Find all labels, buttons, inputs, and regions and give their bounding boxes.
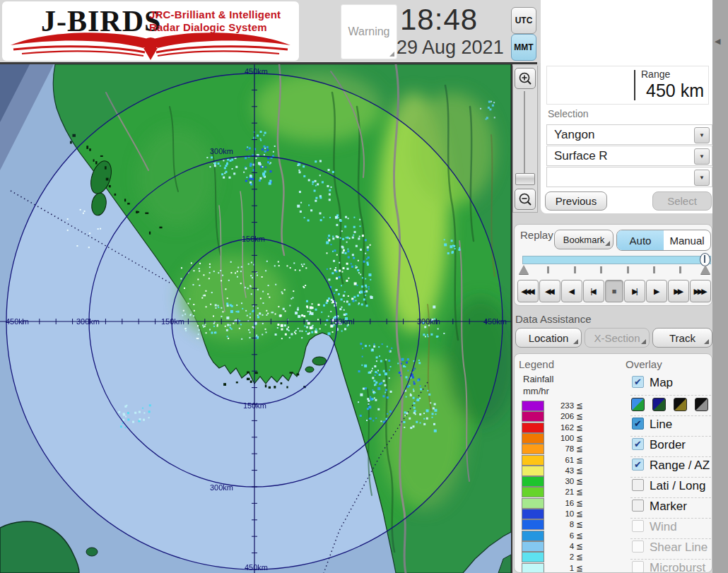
stop-button[interactable]: ■: [605, 280, 624, 302]
range-az-checkbox[interactable]: ✔: [632, 459, 644, 471]
step-back-button[interactable]: ◀: [561, 280, 582, 302]
zoom-slider-track[interactable]: [524, 91, 525, 182]
timeline-end-marker[interactable]: [700, 265, 710, 274]
chevron-down-icon[interactable]: ▼: [694, 148, 710, 165]
overlay-row-wind: Wind: [630, 518, 711, 538]
play-button[interactable]: ▶: [646, 280, 667, 302]
map-style-navy-darkgreen[interactable]: [652, 398, 666, 411]
overlay-label: Overlay: [626, 358, 662, 370]
skip-end-button[interactable]: ▶|: [624, 280, 645, 302]
bookmark-button[interactable]: Bookmark: [554, 230, 613, 249]
legend-value: 4 ≦: [546, 541, 583, 551]
microburst-checkbox[interactable]: [632, 561, 644, 573]
legend-row: 61 ≦: [522, 455, 599, 465]
selection-label: Selection: [548, 108, 589, 119]
ring-label: 300km: [76, 317, 100, 326]
manual-button[interactable]: Manual: [664, 230, 710, 250]
map-style-black-gray[interactable]: [695, 398, 708, 411]
location-button[interactable]: Location: [515, 328, 582, 348]
ring-label: 300km: [417, 317, 440, 326]
skip-start-button[interactable]: |◀: [583, 280, 604, 302]
legend-value: 8 ≦: [546, 519, 583, 529]
legend-color-swatch: [522, 455, 544, 466]
legend-color-swatch: [522, 531, 544, 541]
timeline-tick: [679, 266, 681, 273]
legend-row: 4 ≦: [522, 541, 599, 551]
timeline-tick: [600, 266, 602, 273]
legend-row: 6 ≦: [522, 531, 599, 540]
legend-row: 1 ≦: [522, 563, 599, 573]
replay-panel: Replay Bookmark Auto Manual ◀◀◀◀◀◀|◀■▶|▶…: [514, 224, 712, 306]
shear-line-checkbox[interactable]: [632, 540, 644, 553]
forward-fast-button[interactable]: ▶▶▶: [690, 280, 711, 302]
zoom-out-button[interactable]: [515, 189, 536, 210]
site-dropdown[interactable]: Yangon ▼: [546, 124, 712, 145]
overlay-item-label: Wind: [650, 520, 677, 534]
product-dropdown[interactable]: Surface R ▼: [546, 146, 712, 166]
marker-checkbox[interactable]: [632, 500, 644, 512]
jbirds-window: J-BIRDS JRC-Brilliant & Intelligent Rada…: [0, 0, 728, 573]
legend-value: 1 ≦: [546, 563, 583, 573]
map-checkbox[interactable]: ✔: [632, 376, 644, 388]
replay-mode-switch: Auto Manual: [616, 230, 711, 251]
lati-long-checkbox[interactable]: [632, 479, 644, 491]
track-button[interactable]: Track: [652, 328, 712, 348]
previous-button[interactable]: Previous: [545, 191, 607, 211]
overlay-item-label: Microburst: [650, 561, 705, 573]
timeline-tick: [574, 266, 576, 273]
zoom-in-button[interactable]: [515, 68, 536, 89]
legend-value: 2 ≦: [546, 552, 583, 562]
ring-label: 150km: [243, 401, 266, 410]
replay-timeline-track[interactable]: [522, 256, 711, 264]
data-assistance-label: Data Assistance: [515, 313, 592, 325]
legend-color-swatch: [522, 563, 544, 573]
legend-color-swatch: [522, 487, 544, 497]
map-style-blue-green[interactable]: [631, 398, 645, 411]
range-value: 450 km: [597, 81, 704, 101]
legend-value: 233 ≦: [546, 401, 583, 410]
zoom-slider-handle[interactable]: [515, 173, 535, 185]
clock-time: 18:48: [400, 3, 519, 37]
radar-map-canvas: 450km300km150km150km300km450km450km300km…: [0, 64, 511, 573]
wind-checkbox[interactable]: [632, 520, 644, 532]
radar-map[interactable]: 450km300km150km150km300km450km450km300km…: [0, 64, 512, 573]
x-section-button[interactable]: X-Section: [585, 328, 650, 348]
overlay-row-shear-line: Shear Line: [630, 538, 711, 558]
rewind-button[interactable]: ◀◀: [539, 280, 560, 302]
timeline-start-marker[interactable]: [519, 265, 529, 274]
clock-date: 29 Aug 2021: [397, 37, 524, 59]
replay-label: Replay: [520, 229, 553, 241]
overlay-row-map: ✔Map: [630, 374, 711, 394]
legend-color-swatch: [522, 476, 544, 487]
chevron-down-icon[interactable]: ▼: [694, 127, 710, 143]
auto-button[interactable]: Auto: [617, 230, 664, 250]
border-checkbox[interactable]: ✔: [632, 438, 644, 450]
ring-label: 450km: [245, 67, 268, 76]
mmt-button[interactable]: MMT: [511, 34, 536, 61]
overlay-item-label: Range / AZ: [650, 459, 710, 473]
bookmark-label: Bookmark: [563, 235, 605, 245]
rewind-fast-button[interactable]: ◀◀◀: [517, 280, 539, 302]
select-button[interactable]: Select: [652, 191, 712, 211]
collapse-panel-icon[interactable]: ◀: [715, 37, 720, 46]
select-label: Select: [667, 195, 697, 207]
overlay-row-lati-long: Lati / Long: [630, 477, 711, 497]
legend-value: 30 ≦: [546, 476, 583, 486]
legend-color-swatch: [522, 401, 544, 411]
ring-label: 300km: [210, 483, 233, 492]
line-checkbox[interactable]: ✔: [632, 418, 644, 430]
legend-overlay-panel: Legend Overlay Rainfall mm/hr 233 ≦206 ≦…: [514, 353, 712, 573]
legend-value: 100 ≦: [546, 433, 583, 443]
chevron-down-icon[interactable]: ▼: [694, 170, 710, 186]
utc-button[interactable]: UTC: [511, 7, 536, 34]
legend-value: 10 ≦: [546, 509, 583, 519]
range-label: Range: [641, 69, 670, 80]
forward-button[interactable]: ▶▶: [668, 280, 689, 302]
warning-indicator[interactable]: Warning: [341, 4, 397, 59]
legend-row: 100 ≦: [522, 433, 599, 443]
legend-title-2: mm/hr: [523, 386, 549, 396]
option-dropdown[interactable]: ▼: [546, 167, 712, 187]
overlay-item-label: Marker: [650, 500, 687, 514]
legend-row: 206 ≦: [522, 411, 599, 421]
map-style-black-olive[interactable]: [674, 398, 687, 411]
